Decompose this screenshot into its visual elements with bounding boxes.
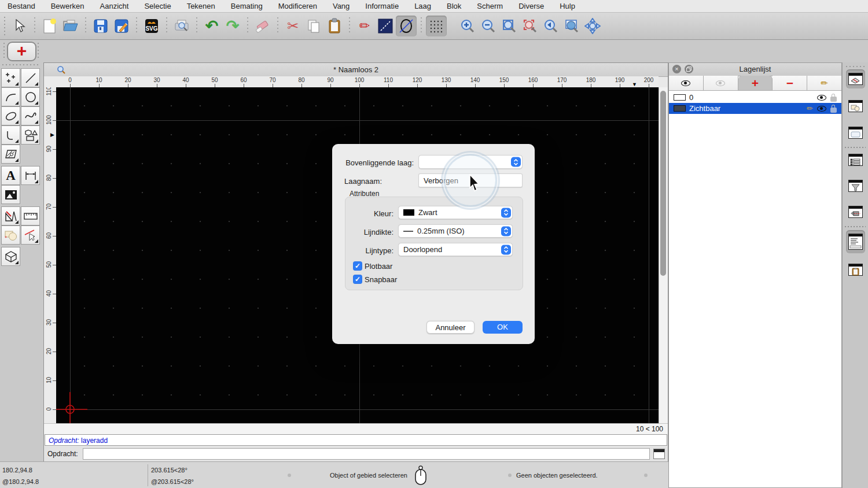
document-titlebar[interactable]: * Naamloos 2 [44,63,668,77]
image-tool[interactable] [1,185,20,204]
zoom-indicator-value: 10 < 100 [636,425,663,433]
menu-aanzicht[interactable]: Aanzicht [100,2,129,10]
points-tool[interactable] [1,68,20,87]
boolean-tool[interactable] [1,225,20,245]
save-button[interactable] [90,16,111,36]
menu-informatie[interactable]: Informatie [365,2,399,10]
cut-button[interactable]: ✂ [282,16,303,36]
plotbaar-checkbox[interactable]: ✓ [353,261,362,271]
dimension-tool[interactable] [21,166,40,185]
layer-add-button[interactable]: + [738,76,773,91]
solid-tool[interactable] [1,247,20,266]
eraser-button[interactable] [252,16,273,36]
blocks-panel-button[interactable] [846,97,865,116]
copy-button[interactable] [303,16,324,36]
menu-bewerken[interactable]: Bewerken [51,2,84,10]
layer-hide-all-button[interactable] [704,76,738,91]
trim-tool[interactable] [21,225,40,245]
cancel-button[interactable]: Annuleer [426,321,475,334]
menu-modificeren[interactable]: Modificeren [278,2,317,10]
menu-bemating[interactable]: Bemating [231,2,263,10]
line-tool[interactable] [21,68,40,87]
toolbar-separator [136,17,137,35]
menu-scherm[interactable]: Scherm [477,2,503,10]
zoom-selection-button[interactable] [520,16,540,36]
palette-drag-handle[interactable] [3,43,5,58]
strip-drag-handle[interactable] [846,65,865,68]
zoom-in-button[interactable] [457,16,478,36]
list-panel-button[interactable] [846,150,865,169]
select-button[interactable] [9,16,30,36]
zoom-out-button[interactable] [478,16,499,36]
panel-detach-button[interactable] [685,65,693,73]
spline-tool[interactable] [21,106,40,125]
command-window-toggle-button[interactable] [653,449,665,459]
save-as-button[interactable] [111,16,132,36]
polyline-tool[interactable] [1,125,20,145]
menu-hulp[interactable]: Hulp [560,2,575,10]
scrollbar-thumb[interactable] [660,91,666,276]
layer-edit-pencil-icon[interactable]: ✏ [807,104,813,113]
command-panel-button[interactable] [846,230,865,253]
paste-button[interactable] [324,16,345,36]
color-select[interactable]: Zwart [398,206,513,219]
ruler-icon [24,212,38,220]
command-input[interactable] [83,448,650,460]
layer-show-all-button[interactable] [669,76,704,91]
menu-vang[interactable]: Vang [333,2,350,10]
layer-lock-icon[interactable] [830,108,837,113]
redo-button[interactable]: ↷ [222,16,243,36]
ok-button[interactable]: OK [483,321,523,334]
menu-bestand[interactable]: Bestand [8,2,35,10]
layer-row-0[interactable]: 0 [669,92,841,103]
circle-tool[interactable] [21,87,40,106]
toolpalette-drag-handle[interactable] [2,64,38,66]
toolbar-drag-handle[interactable] [3,17,6,35]
panel-close-button[interactable]: × [672,65,681,73]
palette-drag-handle[interactable] [37,43,39,58]
pan-button[interactable] [582,16,603,36]
shapes-tool[interactable] [21,125,40,145]
draft-tools[interactable] [1,206,20,225]
print-preview-button[interactable] [171,16,192,36]
hatch-tool[interactable] [1,145,20,164]
ellipse-tool[interactable] [1,106,20,125]
measure-tool[interactable] [21,206,40,225]
linetype-select[interactable]: Doorlopend [398,243,513,256]
zoom-previous-icon [543,19,558,34]
arc-tool[interactable] [1,87,20,106]
add-layer-quick-button[interactable]: + [7,42,36,61]
viewports-panel-button[interactable] [846,202,865,221]
vertical-scrollbar[interactable] [659,87,668,423]
line-tool-button[interactable] [375,16,396,36]
layers-panel-button[interactable] [846,69,865,88]
grid-toggle-button[interactable] [426,16,447,36]
lineweight-select[interactable]: 0.25mm (ISO) [398,224,513,238]
menu-tekenen[interactable]: Tekenen [187,2,215,10]
text-tool[interactable]: A [1,166,20,185]
menu-diverse[interactable]: Diverse [518,2,544,10]
zoom-previous-button[interactable] [540,16,561,36]
new-file-button[interactable] [39,16,60,36]
layer-visible-icon[interactable] [817,106,826,112]
menu-laag[interactable]: Laag [414,2,431,10]
properties-panel-button[interactable] [846,123,865,142]
zoom-auto-button[interactable] [499,16,520,36]
svg-export-button[interactable]: SVG [141,16,162,36]
coordinate-absolute: 180.2,94.8 [2,467,32,474]
layer-edit-button[interactable]: ✏ [807,76,841,91]
layer-visible-icon[interactable] [817,95,826,101]
layer-lock-icon[interactable] [830,97,837,102]
clipboard-panel-button[interactable] [846,260,865,279]
zoom-window-button[interactable] [561,16,582,36]
ellipse-tool-button[interactable] [396,16,417,36]
menu-blok[interactable]: Blok [447,2,461,10]
selection-filter-panel-button[interactable] [846,176,865,195]
layer-row-zichtbaar[interactable]: Zichtbaar ✏ [669,103,841,114]
draw-pencil-button[interactable]: ✏ [354,16,375,36]
open-file-button[interactable] [60,16,81,36]
undo-button[interactable]: ↶ [201,16,222,36]
snapbaar-checkbox[interactable]: ✓ [353,275,362,284]
layer-remove-button[interactable]: − [773,76,807,91]
menu-selectie[interactable]: Selectie [144,2,171,10]
